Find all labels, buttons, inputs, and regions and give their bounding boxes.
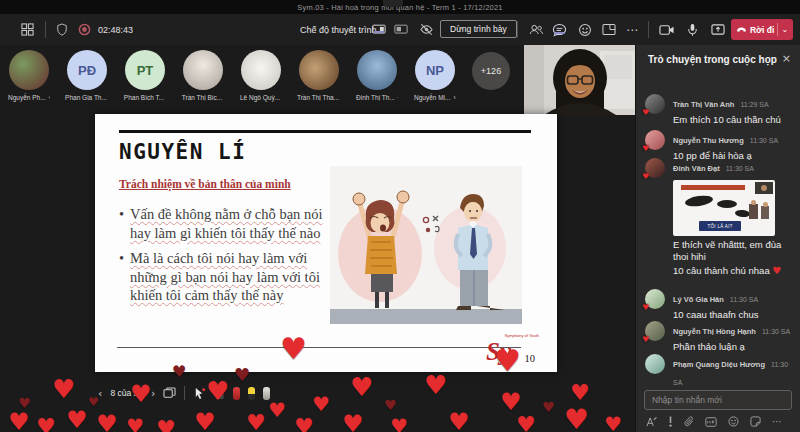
heart-reaction-badge[interactable]: ♥ [642, 335, 649, 344]
chat-button[interactable] [552, 14, 567, 45]
message-text: 10 câu thành chú nhaa ♥ [673, 264, 795, 277]
presenter-controls: ‹ 8 của 23 › [98, 382, 270, 404]
gif-icon[interactable] [705, 417, 717, 427]
heart-reaction-badge[interactable]: ♥ [642, 144, 649, 153]
chat-message[interactable]: ♥ Trần Thị Vân Anh11:29 SA Em thích 10 c… [645, 93, 795, 126]
priority-icon[interactable] [668, 416, 673, 427]
slide-bullet: Mà là cách tôi nói hay làm với những gì … [119, 249, 341, 305]
divider [517, 21, 518, 38]
sticker-icon[interactable] [750, 416, 761, 427]
heart-reaction-icon: ♥ [246, 412, 266, 432]
heart-reaction-icon: ♥ [448, 410, 470, 432]
chat-message[interactable]: ♥ Đinh Văn Đạt11:30 SA TÔI LÀ AI? E thíc… [645, 157, 795, 278]
participant-name: Nguyễn Ph... [8, 94, 46, 101]
laser-pointer-button[interactable] [193, 387, 206, 400]
heart-reaction-badge[interactable]: ♥ [642, 108, 649, 117]
thumb-caption-box: TÔI LÀ AI? [699, 221, 741, 231]
security-shield-icon[interactable] [56, 14, 68, 45]
participant-overflow-tile[interactable]: +126 [472, 50, 514, 101]
avatar: ♥ [645, 130, 665, 150]
microphone-button[interactable] [687, 14, 698, 45]
presenter-view-button[interactable] [372, 14, 386, 45]
more-icon[interactable]: ⋯ [772, 416, 782, 427]
divider [777, 23, 778, 36]
hangup-icon [736, 26, 747, 33]
heart-reaction-icon: ♥ [234, 366, 250, 384]
participants-strip: Nguyễn Ph... PĐ Phan Gia Th... PT Phan B… [8, 50, 514, 101]
chat-panel: Trò chuyện trong cuộc họp × ♥ Trần Thị V… [635, 45, 800, 432]
slide-footer-rule [117, 347, 521, 349]
message-text: Phần thảo luận ạ [673, 341, 795, 353]
chat-message[interactable]: ♥ Lý Võ Gia Hân11:30 SA 10 caau thaafn c… [645, 288, 795, 321]
thumb-figure [761, 206, 769, 219]
camera-notch [383, 0, 403, 7]
highlighter-button[interactable] [248, 387, 255, 400]
avatar: PĐ [67, 50, 107, 90]
gallery-view-button[interactable] [21, 14, 34, 45]
share-screen-button[interactable] [711, 14, 725, 45]
participant-tile[interactable]: Nguyễn Ph... [8, 50, 50, 101]
chat-input[interactable] [644, 390, 792, 410]
message-time: 11:30 SA [762, 328, 790, 335]
participant-tile[interactable]: Trần Thị Tha... [298, 50, 340, 101]
leave-button[interactable]: Rời đi ⌄ [731, 19, 793, 40]
compose-toolbar: ⋯ [646, 416, 792, 427]
message-text: E thích vẽ nhấtttt, em đùa thoi hihi [673, 239, 795, 264]
participant-tile[interactable]: NP Nguyễn Mi... [414, 50, 456, 101]
reactions-button[interactable] [578, 14, 592, 45]
eye-off-icon[interactable] [419, 14, 434, 45]
heart-reaction-badge[interactable]: ♥ [642, 172, 649, 181]
message-author: Nguyễn Thu Hương [673, 136, 744, 145]
avatar [9, 50, 49, 90]
close-icon[interactable]: × [782, 52, 791, 65]
heart-icon: ♥ [772, 265, 781, 276]
logo-caption: Symphony of Youth [505, 333, 539, 338]
red-pen-button[interactable] [233, 387, 240, 400]
heart-reaction-icon: ♥ [604, 414, 622, 432]
message-text: 10 caau thaafn chus [673, 309, 795, 321]
participant-tile[interactable]: PĐ Phan Gia Th... [66, 50, 108, 101]
message-time: 11:29 SA [740, 101, 768, 108]
avatar: ♥ [645, 158, 665, 178]
chat-compose [644, 389, 792, 410]
participant-tile[interactable]: Lê Ngô Quỳ... [240, 50, 282, 101]
format-icon[interactable] [646, 417, 657, 427]
emoji-icon[interactable] [728, 416, 739, 427]
breakout-rooms-button[interactable] [602, 14, 616, 45]
heart-reaction-icon: ♥ [494, 346, 521, 376]
camera-button[interactable] [659, 14, 675, 45]
stop-presenting-label: Dừng trình bày [450, 24, 507, 34]
meeting-stage: Nguyễn Ph... PĐ Phan Gia Th... PT Phan B… [0, 45, 635, 432]
mic-off-icon [397, 94, 398, 101]
scribble [735, 209, 751, 218]
meeting-timer: 02:48:43 [98, 14, 133, 45]
heart-reaction-icon: ♥ [390, 416, 408, 432]
heart-reaction-icon: ♥ [570, 382, 590, 404]
message-author: Nguyễn Thị Hồng Hạnh [673, 327, 756, 336]
participant-tile[interactable]: Đinh Thị Th... [356, 50, 398, 101]
heart-reaction-icon: ♥ [88, 396, 99, 408]
message-image-attachment[interactable]: TÔI LÀ AI? [673, 180, 775, 236]
heart-reaction-icon: ♥ [206, 378, 229, 404]
avatar: PT [125, 50, 165, 90]
divider [45, 21, 46, 38]
participant-name: Lê Ngô Quỳ... [240, 94, 280, 101]
heart-reaction-icon: ♥ [312, 394, 330, 414]
slide-grid-button[interactable] [163, 387, 176, 399]
more-options-button[interactable]: ⋯ [626, 14, 638, 45]
divider [648, 21, 649, 38]
mic-off-icon [48, 94, 50, 101]
participant-tile[interactable]: PT Phan Bích T... [124, 50, 166, 101]
content-view-button[interactable] [394, 14, 408, 45]
stop-presenting-button[interactable]: Dừng trình bày [440, 20, 517, 38]
shared-slide[interactable]: NGUYÊN LÍ Trách nhiệm về bản thân của mì… [95, 114, 557, 372]
chat-message[interactable]: ♥ Nguyễn Thị Hồng Hạnh11:30 SA Phần thảo… [645, 320, 795, 353]
participant-tile[interactable]: Trần Thị Bíc... [182, 50, 224, 101]
presenter-video-tile[interactable] [524, 45, 636, 115]
message-time: 11:30 SA [726, 165, 754, 172]
mic-off-icon [453, 94, 457, 101]
attach-icon[interactable] [684, 416, 694, 427]
participants-button[interactable] [528, 14, 544, 45]
active-indicator [554, 32, 565, 34]
heart-reaction-badge[interactable]: ♥ [642, 303, 649, 312]
